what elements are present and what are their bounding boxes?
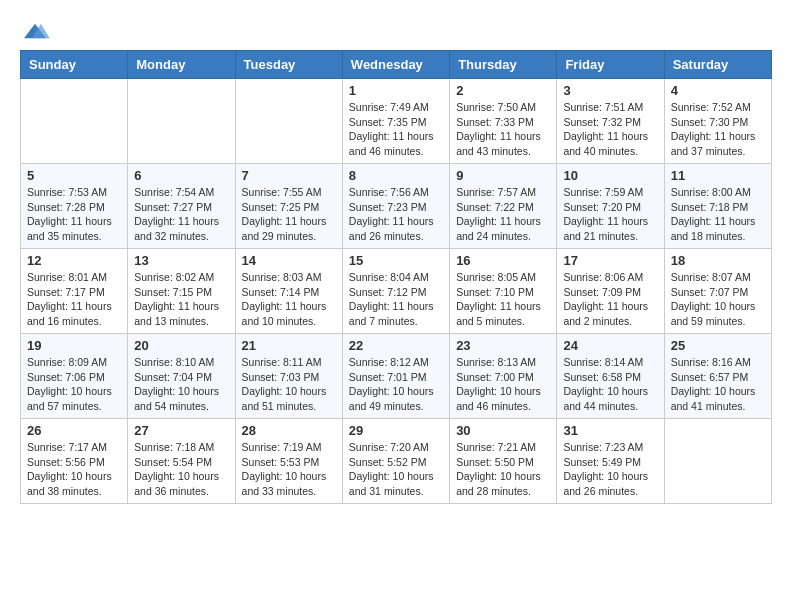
- calendar-week-row: 26Sunrise: 7:17 AM Sunset: 5:56 PM Dayli…: [21, 419, 772, 504]
- calendar-week-row: 5Sunrise: 7:53 AM Sunset: 7:28 PM Daylig…: [21, 164, 772, 249]
- day-info: Sunrise: 8:12 AM Sunset: 7:01 PM Dayligh…: [349, 355, 443, 414]
- calendar-cell: 4Sunrise: 7:52 AM Sunset: 7:30 PM Daylig…: [664, 79, 771, 164]
- day-info: Sunrise: 7:21 AM Sunset: 5:50 PM Dayligh…: [456, 440, 550, 499]
- day-number: 8: [349, 168, 443, 183]
- calendar-cell: 26Sunrise: 7:17 AM Sunset: 5:56 PM Dayli…: [21, 419, 128, 504]
- day-number: 11: [671, 168, 765, 183]
- calendar-cell: 15Sunrise: 8:04 AM Sunset: 7:12 PM Dayli…: [342, 249, 449, 334]
- day-number: 15: [349, 253, 443, 268]
- day-info: Sunrise: 8:05 AM Sunset: 7:10 PM Dayligh…: [456, 270, 550, 329]
- day-info: Sunrise: 7:23 AM Sunset: 5:49 PM Dayligh…: [563, 440, 657, 499]
- day-info: Sunrise: 7:50 AM Sunset: 7:33 PM Dayligh…: [456, 100, 550, 159]
- day-number: 14: [242, 253, 336, 268]
- day-number: 2: [456, 83, 550, 98]
- calendar-cell: 11Sunrise: 8:00 AM Sunset: 7:18 PM Dayli…: [664, 164, 771, 249]
- calendar-cell: 10Sunrise: 7:59 AM Sunset: 7:20 PM Dayli…: [557, 164, 664, 249]
- calendar-cell: 29Sunrise: 7:20 AM Sunset: 5:52 PM Dayli…: [342, 419, 449, 504]
- calendar-week-row: 19Sunrise: 8:09 AM Sunset: 7:06 PM Dayli…: [21, 334, 772, 419]
- calendar-cell: 2Sunrise: 7:50 AM Sunset: 7:33 PM Daylig…: [450, 79, 557, 164]
- day-number: 31: [563, 423, 657, 438]
- day-number: 16: [456, 253, 550, 268]
- day-info: Sunrise: 8:02 AM Sunset: 7:15 PM Dayligh…: [134, 270, 228, 329]
- day-number: 20: [134, 338, 228, 353]
- calendar-cell: 22Sunrise: 8:12 AM Sunset: 7:01 PM Dayli…: [342, 334, 449, 419]
- calendar-week-row: 1Sunrise: 7:49 AM Sunset: 7:35 PM Daylig…: [21, 79, 772, 164]
- day-number: 26: [27, 423, 121, 438]
- calendar-cell: 7Sunrise: 7:55 AM Sunset: 7:25 PM Daylig…: [235, 164, 342, 249]
- day-info: Sunrise: 7:54 AM Sunset: 7:27 PM Dayligh…: [134, 185, 228, 244]
- day-of-week-header: Friday: [557, 51, 664, 79]
- day-number: 7: [242, 168, 336, 183]
- calendar: SundayMondayTuesdayWednesdayThursdayFrid…: [20, 50, 772, 504]
- day-info: Sunrise: 8:01 AM Sunset: 7:17 PM Dayligh…: [27, 270, 121, 329]
- day-number: 6: [134, 168, 228, 183]
- calendar-cell: 18Sunrise: 8:07 AM Sunset: 7:07 PM Dayli…: [664, 249, 771, 334]
- day-number: 19: [27, 338, 121, 353]
- calendar-cell: 12Sunrise: 8:01 AM Sunset: 7:17 PM Dayli…: [21, 249, 128, 334]
- day-number: 21: [242, 338, 336, 353]
- day-info: Sunrise: 7:51 AM Sunset: 7:32 PM Dayligh…: [563, 100, 657, 159]
- day-number: 12: [27, 253, 121, 268]
- day-info: Sunrise: 7:17 AM Sunset: 5:56 PM Dayligh…: [27, 440, 121, 499]
- day-info: Sunrise: 7:18 AM Sunset: 5:54 PM Dayligh…: [134, 440, 228, 499]
- calendar-cell: [128, 79, 235, 164]
- day-info: Sunrise: 8:09 AM Sunset: 7:06 PM Dayligh…: [27, 355, 121, 414]
- day-number: 28: [242, 423, 336, 438]
- calendar-cell: 30Sunrise: 7:21 AM Sunset: 5:50 PM Dayli…: [450, 419, 557, 504]
- day-number: 25: [671, 338, 765, 353]
- calendar-cell: 21Sunrise: 8:11 AM Sunset: 7:03 PM Dayli…: [235, 334, 342, 419]
- calendar-cell: 5Sunrise: 7:53 AM Sunset: 7:28 PM Daylig…: [21, 164, 128, 249]
- day-info: Sunrise: 8:10 AM Sunset: 7:04 PM Dayligh…: [134, 355, 228, 414]
- day-info: Sunrise: 7:59 AM Sunset: 7:20 PM Dayligh…: [563, 185, 657, 244]
- logo-icon: [20, 20, 50, 42]
- day-of-week-header: Tuesday: [235, 51, 342, 79]
- day-info: Sunrise: 7:53 AM Sunset: 7:28 PM Dayligh…: [27, 185, 121, 244]
- day-info: Sunrise: 8:11 AM Sunset: 7:03 PM Dayligh…: [242, 355, 336, 414]
- calendar-cell: 28Sunrise: 7:19 AM Sunset: 5:53 PM Dayli…: [235, 419, 342, 504]
- day-number: 17: [563, 253, 657, 268]
- calendar-cell: 1Sunrise: 7:49 AM Sunset: 7:35 PM Daylig…: [342, 79, 449, 164]
- day-info: Sunrise: 8:14 AM Sunset: 6:58 PM Dayligh…: [563, 355, 657, 414]
- calendar-week-row: 12Sunrise: 8:01 AM Sunset: 7:17 PM Dayli…: [21, 249, 772, 334]
- calendar-cell: 17Sunrise: 8:06 AM Sunset: 7:09 PM Dayli…: [557, 249, 664, 334]
- day-number: 18: [671, 253, 765, 268]
- calendar-cell: 27Sunrise: 7:18 AM Sunset: 5:54 PM Dayli…: [128, 419, 235, 504]
- logo: [20, 20, 54, 42]
- calendar-cell: 6Sunrise: 7:54 AM Sunset: 7:27 PM Daylig…: [128, 164, 235, 249]
- day-number: 24: [563, 338, 657, 353]
- calendar-cell: 19Sunrise: 8:09 AM Sunset: 7:06 PM Dayli…: [21, 334, 128, 419]
- day-number: 1: [349, 83, 443, 98]
- day-info: Sunrise: 7:19 AM Sunset: 5:53 PM Dayligh…: [242, 440, 336, 499]
- day-info: Sunrise: 7:55 AM Sunset: 7:25 PM Dayligh…: [242, 185, 336, 244]
- day-number: 4: [671, 83, 765, 98]
- day-of-week-header: Saturday: [664, 51, 771, 79]
- day-of-week-header: Thursday: [450, 51, 557, 79]
- day-number: 27: [134, 423, 228, 438]
- calendar-cell: 14Sunrise: 8:03 AM Sunset: 7:14 PM Dayli…: [235, 249, 342, 334]
- day-info: Sunrise: 8:07 AM Sunset: 7:07 PM Dayligh…: [671, 270, 765, 329]
- calendar-cell: 23Sunrise: 8:13 AM Sunset: 7:00 PM Dayli…: [450, 334, 557, 419]
- day-number: 3: [563, 83, 657, 98]
- day-info: Sunrise: 7:52 AM Sunset: 7:30 PM Dayligh…: [671, 100, 765, 159]
- calendar-cell: 31Sunrise: 7:23 AM Sunset: 5:49 PM Dayli…: [557, 419, 664, 504]
- day-info: Sunrise: 8:00 AM Sunset: 7:18 PM Dayligh…: [671, 185, 765, 244]
- day-info: Sunrise: 7:49 AM Sunset: 7:35 PM Dayligh…: [349, 100, 443, 159]
- calendar-cell: 9Sunrise: 7:57 AM Sunset: 7:22 PM Daylig…: [450, 164, 557, 249]
- day-info: Sunrise: 7:56 AM Sunset: 7:23 PM Dayligh…: [349, 185, 443, 244]
- day-info: Sunrise: 7:57 AM Sunset: 7:22 PM Dayligh…: [456, 185, 550, 244]
- day-info: Sunrise: 8:03 AM Sunset: 7:14 PM Dayligh…: [242, 270, 336, 329]
- day-of-week-header: Sunday: [21, 51, 128, 79]
- calendar-cell: 13Sunrise: 8:02 AM Sunset: 7:15 PM Dayli…: [128, 249, 235, 334]
- day-info: Sunrise: 8:16 AM Sunset: 6:57 PM Dayligh…: [671, 355, 765, 414]
- day-info: Sunrise: 8:06 AM Sunset: 7:09 PM Dayligh…: [563, 270, 657, 329]
- day-info: Sunrise: 7:20 AM Sunset: 5:52 PM Dayligh…: [349, 440, 443, 499]
- calendar-cell: 3Sunrise: 7:51 AM Sunset: 7:32 PM Daylig…: [557, 79, 664, 164]
- header: [20, 20, 772, 42]
- calendar-cell: [664, 419, 771, 504]
- day-number: 13: [134, 253, 228, 268]
- calendar-cell: 16Sunrise: 8:05 AM Sunset: 7:10 PM Dayli…: [450, 249, 557, 334]
- day-number: 9: [456, 168, 550, 183]
- calendar-cell: 24Sunrise: 8:14 AM Sunset: 6:58 PM Dayli…: [557, 334, 664, 419]
- day-header-row: SundayMondayTuesdayWednesdayThursdayFrid…: [21, 51, 772, 79]
- day-number: 23: [456, 338, 550, 353]
